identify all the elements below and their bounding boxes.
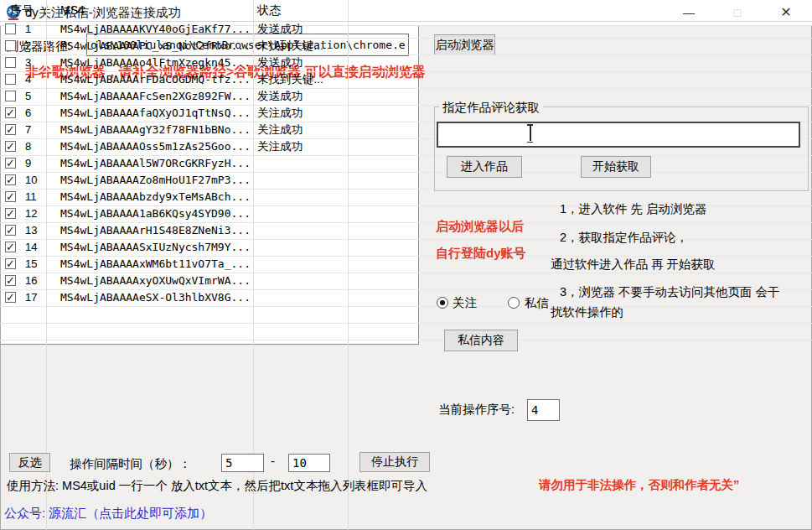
row-status: 关注成功 bbox=[257, 122, 303, 138]
official-account-link[interactable]: 源流汇（点击此处即可添加） bbox=[49, 506, 212, 520]
interval-min-input[interactable] bbox=[221, 454, 264, 472]
official-account-line: 公众号: 源流汇（点击此处即可添加） bbox=[4, 506, 212, 522]
row-ms4-id: MS4wLjABAAAArFDaCOGDMQ-tfz... bbox=[60, 71, 251, 88]
row-ms4-id: MS4wLjABAAAAZo8mHoU1F27mP3... bbox=[60, 172, 251, 189]
row-checkbox[interactable] bbox=[5, 57, 16, 68]
interval-max-input[interactable] bbox=[288, 454, 330, 472]
table-row[interactable]: ✓14MS4wLjABAAAASxIUzNycsh7M9Y... bbox=[0, 239, 812, 257]
table-row[interactable]: 5MS4wLjABAAAAFcSen2XGz892FW...发送成功 bbox=[0, 88, 812, 106]
list-header: 序号 MS4 状态 bbox=[0, 0, 812, 22]
follow-radio[interactable] bbox=[437, 297, 448, 309]
row-ms4-id: MS4wLjABAAAAOss5m1zAs25Goo... bbox=[60, 138, 251, 155]
row-index: 9 bbox=[25, 155, 31, 172]
invert-selection-button[interactable]: 反选 bbox=[9, 453, 50, 472]
row-checkbox[interactable]: ✓ bbox=[5, 258, 16, 269]
row-index: 6 bbox=[25, 105, 31, 122]
row-checkbox[interactable]: ✓ bbox=[5, 208, 16, 219]
start-fetch-button[interactable]: 开始获取 bbox=[581, 156, 651, 178]
row-checkbox[interactable] bbox=[5, 91, 16, 101]
text-cursor-icon bbox=[526, 124, 534, 143]
row-checkbox[interactable]: ✓ bbox=[5, 191, 16, 202]
usage-instructions: 使用方法: MS4或uid 一行一个 放入txt文本，然后把txt文本拖入列表框… bbox=[7, 478, 427, 494]
row-index: 17 bbox=[25, 289, 37, 306]
row-checkbox[interactable]: ✓ bbox=[5, 141, 16, 152]
table-row[interactable]: 1MS4wLjABAAAAKVY40oGjEaKf77...发送成功 bbox=[0, 21, 812, 39]
row-index: 12 bbox=[25, 205, 37, 222]
row-ms4-id: MS4wLjABAAAASxIUzNycsh7M9Y... bbox=[60, 239, 251, 256]
current-index-label: 当前操作序号: bbox=[438, 402, 515, 418]
comment-fetch-legend: 指定作品评论获取 bbox=[439, 100, 543, 116]
row-status: 发送成功 bbox=[257, 88, 303, 105]
row-ms4-id: MS4wLjABAAAAo4lFtmXzegkn45... bbox=[60, 55, 251, 71]
row-index: 10 bbox=[25, 172, 37, 189]
empty-row bbox=[0, 306, 812, 324]
header-ms4: MS4 bbox=[60, 0, 85, 21]
row-index: 1 bbox=[25, 21, 31, 38]
row-index: 14 bbox=[25, 239, 37, 256]
row-index: 13 bbox=[25, 222, 37, 239]
row-checkbox[interactable]: ✓ bbox=[5, 174, 16, 185]
row-ms4-id: MS4wLjABAAAAPC_xS_Not2fRxo... bbox=[60, 38, 251, 55]
row-index: 4 bbox=[25, 71, 31, 88]
row-ms4-id: MS4wLjABAAAAfaQXyOJ1qTtNsQ... bbox=[60, 105, 251, 122]
empty-row bbox=[0, 323, 812, 340]
dm-radio-label[interactable]: 私信 bbox=[525, 295, 549, 311]
row-ms4-id: MS4wLjABAAAAgY32f78FN1bBNo... bbox=[60, 122, 251, 138]
row-checkbox[interactable] bbox=[5, 40, 16, 51]
login-hint-line1: 启动浏览器以后 bbox=[436, 219, 524, 235]
row-checkbox[interactable]: ✓ bbox=[5, 292, 16, 303]
instruction-line: 3，浏览器 不要手动去访问其他页面 会干 bbox=[560, 284, 780, 300]
row-index: 8 bbox=[25, 138, 31, 155]
row-ms4-id: MS4wLjABAAAAKVY40oGjEaKf77... bbox=[60, 21, 251, 38]
row-ms4-id: MS4wLjABAAAAxyOXUwQxVImrWA... bbox=[60, 273, 251, 289]
instruction-line: 通过软件进入作品 再 开始获取 bbox=[551, 257, 716, 273]
dm-radio[interactable] bbox=[508, 297, 520, 309]
row-ms4-id: MS4wLjABAAAAl5W7ORcGKRFyzH... bbox=[60, 155, 251, 172]
stop-execution-button[interactable]: 停止执行 bbox=[359, 452, 430, 472]
row-checkbox[interactable] bbox=[5, 74, 16, 85]
row-checkbox[interactable]: ✓ bbox=[5, 275, 16, 286]
row-status: 未找到关键... bbox=[257, 38, 323, 55]
row-index: 15 bbox=[25, 256, 37, 273]
ms4-list[interactable]: 序号 MS4 状态 1MS4wLjABAAAAKVY40oGjEaKf77...… bbox=[0, 0, 419, 345]
row-checkbox[interactable]: ✓ bbox=[5, 225, 16, 236]
row-status: 未找到关键... bbox=[257, 71, 323, 88]
table-row[interactable]: 2MS4wLjABAAAAPC_xS_Not2fRxo...未找到关键... bbox=[0, 38, 812, 55]
header-status: 状态 bbox=[257, 0, 281, 21]
interval-label: 操作间隔时间（秒）： bbox=[70, 456, 191, 472]
row-status: 发送成功 bbox=[257, 21, 303, 38]
row-index: 2 bbox=[25, 38, 31, 55]
dm-content-button[interactable]: 私信内容 bbox=[444, 330, 518, 351]
table-row[interactable]: ✓13MS4wLjABAAAArH1S48E8ZNeNi3... bbox=[0, 222, 812, 240]
row-ms4-id: MS4wLjABAAAA1aB6KQsy4SYD90... bbox=[60, 205, 251, 222]
row-ms4-id: MS4wLjABAAAAbzdy9xTeMsABch... bbox=[60, 189, 251, 205]
row-checkbox[interactable] bbox=[5, 23, 16, 34]
row-checkbox[interactable]: ✓ bbox=[5, 107, 16, 118]
interval-dash: - bbox=[271, 454, 275, 468]
table-row[interactable]: 4MS4wLjABAAAArFDaCOGDMQ-tfz...未找到关键... bbox=[0, 71, 812, 89]
enter-work-button[interactable]: 进入作品 bbox=[447, 156, 522, 178]
legal-warning-text: 请勿用于非法操作，否则和作者无关” bbox=[539, 477, 739, 493]
row-ms4-id: MS4wLjABAAAAxWM6bt11vO7Ta_... bbox=[60, 256, 251, 273]
row-status: 发送成功 bbox=[257, 55, 303, 71]
login-hint-line2: 自行登陆dy账号 bbox=[436, 246, 526, 262]
table-row[interactable]: 3MS4wLjABAAAAo4lFtmXzegkn45...发送成功 bbox=[0, 55, 812, 72]
row-index: 16 bbox=[25, 273, 37, 289]
instruction-line: 1，进入软件 先 启动浏览器 bbox=[560, 201, 707, 217]
header-index: 序号 bbox=[10, 0, 34, 21]
current-index-input[interactable] bbox=[527, 399, 560, 421]
row-checkbox[interactable]: ✓ bbox=[5, 242, 16, 252]
official-account-prefix: 公众号: bbox=[4, 506, 49, 520]
row-checkbox[interactable]: ✓ bbox=[5, 124, 16, 135]
follow-radio-label[interactable]: 关注 bbox=[453, 295, 477, 311]
row-ms4-id: MS4wLjABAAAAeSX-Ol3hlbXV8G... bbox=[60, 289, 251, 306]
work-url-input[interactable] bbox=[437, 122, 800, 148]
row-status: 关注成功 bbox=[257, 138, 303, 155]
row-checkbox[interactable]: ✓ bbox=[5, 158, 16, 169]
row-index: 3 bbox=[25, 55, 31, 71]
row-index: 5 bbox=[25, 88, 31, 105]
comment-fetch-groupbox bbox=[434, 107, 809, 191]
row-index: 7 bbox=[25, 122, 31, 138]
row-ms4-id: MS4wLjABAAAAFcSen2XGz892FW... bbox=[60, 88, 251, 105]
row-status: 关注成功 bbox=[257, 105, 303, 122]
